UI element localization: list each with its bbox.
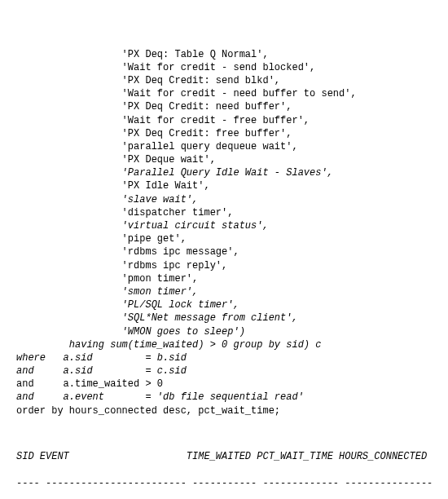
- code-line: order by hours_connected desc, pct_wait_…: [16, 404, 432, 417]
- code-line: 'pipe get',: [16, 232, 432, 245]
- code-line: 'SQL*Net message from client',: [16, 311, 432, 325]
- code-line: 'WMON goes to sleep'): [16, 325, 432, 338]
- code-line: 'parallel query dequeue wait',: [16, 140, 432, 153]
- code-line: 'PL/SQL lock timer',: [16, 298, 432, 311]
- code-line: where a.sid = b.sid: [16, 351, 432, 364]
- code-line: 'virtual circuit status',: [16, 219, 432, 232]
- code-line: 'slave wait',: [16, 193, 432, 206]
- report-header: SID EVENT TIME_WAITED PCT_WAIT_TIME HOUR…: [16, 450, 432, 463]
- code-line: 'Wait for credit - send blocked',: [16, 61, 432, 74]
- code-line: 'Wait for credit - need buffer to send',: [16, 87, 432, 100]
- code-line: 'PX Deq Credit: need buffer',: [16, 100, 432, 113]
- code-line: 'Parallel Query Idle Wait - Slaves',: [16, 166, 432, 179]
- code-line: 'PX Deq: Table Q Normal',: [16, 48, 432, 61]
- code-line: 'dispatcher timer',: [16, 206, 432, 219]
- code-line: 'smon timer',: [16, 285, 432, 298]
- sql-code-block: 'PX Deq: Table Q Normal', 'Wait for cred…: [16, 48, 432, 417]
- report-divider: ---- ------------------------ ----------…: [16, 477, 432, 490]
- code-line: 'PX Deq Credit: send blkd',: [16, 74, 432, 87]
- code-line: and a.event = 'db file sequential read': [16, 391, 432, 404]
- code-line: 'Wait for credit - free buffer',: [16, 114, 432, 127]
- code-line: and a.sid = c.sid: [16, 364, 432, 378]
- code-line: 'rdbms ipc reply',: [16, 259, 432, 272]
- code-line: having sum(time_waited) > 0 group by sid…: [16, 338, 432, 351]
- code-line: 'PX Deq Credit: free buffer',: [16, 127, 432, 140]
- code-line: 'rdbms ipc message',: [16, 245, 432, 258]
- code-line: and a.time_waited > 0: [16, 378, 432, 391]
- code-line: 'PX Idle Wait',: [16, 179, 432, 192]
- code-line: 'pmon timer',: [16, 272, 432, 285]
- code-line: 'PX Deque wait',: [16, 153, 432, 166]
